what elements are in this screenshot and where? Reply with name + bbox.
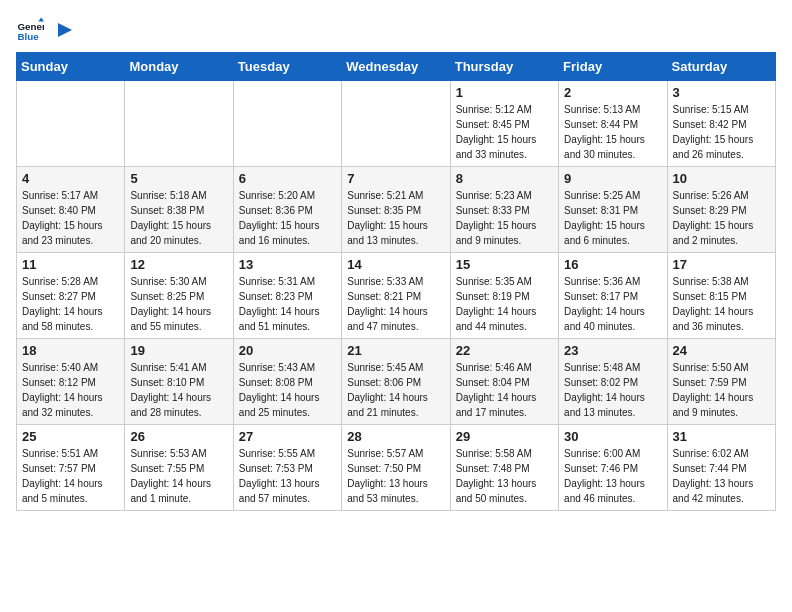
calendar-cell: [17, 81, 125, 167]
day-info: Sunrise: 5:13 AM Sunset: 8:44 PM Dayligh…: [564, 102, 661, 162]
calendar-week-row: 4Sunrise: 5:17 AM Sunset: 8:40 PM Daylig…: [17, 167, 776, 253]
day-number: 19: [130, 343, 227, 358]
day-info: Sunrise: 5:18 AM Sunset: 8:38 PM Dayligh…: [130, 188, 227, 248]
day-number: 2: [564, 85, 661, 100]
calendar-cell: 12Sunrise: 5:30 AM Sunset: 8:25 PM Dayli…: [125, 253, 233, 339]
calendar-week-row: 25Sunrise: 5:51 AM Sunset: 7:57 PM Dayli…: [17, 425, 776, 511]
calendar-cell: 28Sunrise: 5:57 AM Sunset: 7:50 PM Dayli…: [342, 425, 450, 511]
day-info: Sunrise: 5:40 AM Sunset: 8:12 PM Dayligh…: [22, 360, 119, 420]
logo-arrow-icon: [52, 19, 74, 41]
day-info: Sunrise: 5:57 AM Sunset: 7:50 PM Dayligh…: [347, 446, 444, 506]
day-info: Sunrise: 5:17 AM Sunset: 8:40 PM Dayligh…: [22, 188, 119, 248]
calendar-cell: 9Sunrise: 5:25 AM Sunset: 8:31 PM Daylig…: [559, 167, 667, 253]
calendar-week-row: 1Sunrise: 5:12 AM Sunset: 8:45 PM Daylig…: [17, 81, 776, 167]
day-number: 22: [456, 343, 553, 358]
day-number: 1: [456, 85, 553, 100]
calendar-cell: 20Sunrise: 5:43 AM Sunset: 8:08 PM Dayli…: [233, 339, 341, 425]
day-info: Sunrise: 5:43 AM Sunset: 8:08 PM Dayligh…: [239, 360, 336, 420]
day-info: Sunrise: 5:23 AM Sunset: 8:33 PM Dayligh…: [456, 188, 553, 248]
calendar-cell: 21Sunrise: 5:45 AM Sunset: 8:06 PM Dayli…: [342, 339, 450, 425]
day-number: 30: [564, 429, 661, 444]
calendar-cell: 1Sunrise: 5:12 AM Sunset: 8:45 PM Daylig…: [450, 81, 558, 167]
calendar-cell: 31Sunrise: 6:02 AM Sunset: 7:44 PM Dayli…: [667, 425, 775, 511]
logo: General Blue: [16, 16, 74, 44]
logo-icon: General Blue: [16, 16, 44, 44]
calendar-cell: 10Sunrise: 5:26 AM Sunset: 8:29 PM Dayli…: [667, 167, 775, 253]
day-number: 8: [456, 171, 553, 186]
day-number: 13: [239, 257, 336, 272]
day-number: 5: [130, 171, 227, 186]
calendar-table: SundayMondayTuesdayWednesdayThursdayFrid…: [16, 52, 776, 511]
day-number: 7: [347, 171, 444, 186]
day-info: Sunrise: 5:25 AM Sunset: 8:31 PM Dayligh…: [564, 188, 661, 248]
calendar-cell: 14Sunrise: 5:33 AM Sunset: 8:21 PM Dayli…: [342, 253, 450, 339]
day-info: Sunrise: 5:21 AM Sunset: 8:35 PM Dayligh…: [347, 188, 444, 248]
calendar-cell: 4Sunrise: 5:17 AM Sunset: 8:40 PM Daylig…: [17, 167, 125, 253]
weekday-header: Wednesday: [342, 53, 450, 81]
calendar-cell: 19Sunrise: 5:41 AM Sunset: 8:10 PM Dayli…: [125, 339, 233, 425]
day-number: 16: [564, 257, 661, 272]
day-info: Sunrise: 5:28 AM Sunset: 8:27 PM Dayligh…: [22, 274, 119, 334]
weekday-header: Thursday: [450, 53, 558, 81]
day-number: 31: [673, 429, 770, 444]
calendar-cell: 3Sunrise: 5:15 AM Sunset: 8:42 PM Daylig…: [667, 81, 775, 167]
calendar-cell: [125, 81, 233, 167]
day-number: 27: [239, 429, 336, 444]
weekday-header: Friday: [559, 53, 667, 81]
day-info: Sunrise: 5:31 AM Sunset: 8:23 PM Dayligh…: [239, 274, 336, 334]
day-number: 21: [347, 343, 444, 358]
day-number: 29: [456, 429, 553, 444]
day-info: Sunrise: 5:20 AM Sunset: 8:36 PM Dayligh…: [239, 188, 336, 248]
calendar-cell: 27Sunrise: 5:55 AM Sunset: 7:53 PM Dayli…: [233, 425, 341, 511]
day-number: 15: [456, 257, 553, 272]
day-info: Sunrise: 5:51 AM Sunset: 7:57 PM Dayligh…: [22, 446, 119, 506]
page-header: General Blue: [16, 16, 776, 44]
day-number: 9: [564, 171, 661, 186]
day-number: 10: [673, 171, 770, 186]
day-number: 18: [22, 343, 119, 358]
calendar-cell: 5Sunrise: 5:18 AM Sunset: 8:38 PM Daylig…: [125, 167, 233, 253]
svg-marker-3: [58, 23, 72, 37]
calendar-cell: 6Sunrise: 5:20 AM Sunset: 8:36 PM Daylig…: [233, 167, 341, 253]
day-info: Sunrise: 5:53 AM Sunset: 7:55 PM Dayligh…: [130, 446, 227, 506]
day-info: Sunrise: 5:12 AM Sunset: 8:45 PM Dayligh…: [456, 102, 553, 162]
day-number: 3: [673, 85, 770, 100]
calendar-cell: 25Sunrise: 5:51 AM Sunset: 7:57 PM Dayli…: [17, 425, 125, 511]
day-info: Sunrise: 5:50 AM Sunset: 7:59 PM Dayligh…: [673, 360, 770, 420]
calendar-cell: 13Sunrise: 5:31 AM Sunset: 8:23 PM Dayli…: [233, 253, 341, 339]
day-info: Sunrise: 5:48 AM Sunset: 8:02 PM Dayligh…: [564, 360, 661, 420]
day-number: 14: [347, 257, 444, 272]
svg-marker-2: [38, 17, 44, 21]
day-info: Sunrise: 5:33 AM Sunset: 8:21 PM Dayligh…: [347, 274, 444, 334]
day-number: 24: [673, 343, 770, 358]
day-info: Sunrise: 6:02 AM Sunset: 7:44 PM Dayligh…: [673, 446, 770, 506]
calendar-cell: [233, 81, 341, 167]
calendar-cell: 23Sunrise: 5:48 AM Sunset: 8:02 PM Dayli…: [559, 339, 667, 425]
day-number: 12: [130, 257, 227, 272]
weekday-header: Saturday: [667, 53, 775, 81]
calendar-cell: 26Sunrise: 5:53 AM Sunset: 7:55 PM Dayli…: [125, 425, 233, 511]
calendar-week-row: 18Sunrise: 5:40 AM Sunset: 8:12 PM Dayli…: [17, 339, 776, 425]
day-info: Sunrise: 5:30 AM Sunset: 8:25 PM Dayligh…: [130, 274, 227, 334]
day-number: 6: [239, 171, 336, 186]
day-number: 20: [239, 343, 336, 358]
day-info: Sunrise: 5:58 AM Sunset: 7:48 PM Dayligh…: [456, 446, 553, 506]
calendar-header-row: SundayMondayTuesdayWednesdayThursdayFrid…: [17, 53, 776, 81]
day-info: Sunrise: 5:26 AM Sunset: 8:29 PM Dayligh…: [673, 188, 770, 248]
day-number: 4: [22, 171, 119, 186]
day-info: Sunrise: 5:55 AM Sunset: 7:53 PM Dayligh…: [239, 446, 336, 506]
day-number: 11: [22, 257, 119, 272]
day-info: Sunrise: 5:36 AM Sunset: 8:17 PM Dayligh…: [564, 274, 661, 334]
calendar-cell: 22Sunrise: 5:46 AM Sunset: 8:04 PM Dayli…: [450, 339, 558, 425]
calendar-cell: 2Sunrise: 5:13 AM Sunset: 8:44 PM Daylig…: [559, 81, 667, 167]
calendar-cell: 24Sunrise: 5:50 AM Sunset: 7:59 PM Dayli…: [667, 339, 775, 425]
day-number: 28: [347, 429, 444, 444]
day-info: Sunrise: 5:35 AM Sunset: 8:19 PM Dayligh…: [456, 274, 553, 334]
day-info: Sunrise: 5:15 AM Sunset: 8:42 PM Dayligh…: [673, 102, 770, 162]
day-info: Sunrise: 5:41 AM Sunset: 8:10 PM Dayligh…: [130, 360, 227, 420]
calendar-cell: 16Sunrise: 5:36 AM Sunset: 8:17 PM Dayli…: [559, 253, 667, 339]
day-info: Sunrise: 6:00 AM Sunset: 7:46 PM Dayligh…: [564, 446, 661, 506]
day-info: Sunrise: 5:46 AM Sunset: 8:04 PM Dayligh…: [456, 360, 553, 420]
calendar-cell: 11Sunrise: 5:28 AM Sunset: 8:27 PM Dayli…: [17, 253, 125, 339]
calendar-cell: [342, 81, 450, 167]
